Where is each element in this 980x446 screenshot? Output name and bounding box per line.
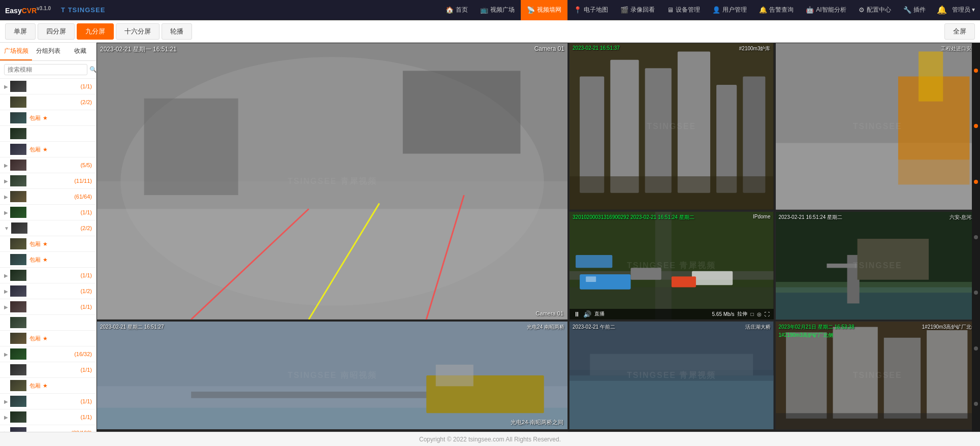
window-btn[interactable]: □ [750,311,753,317]
arrow-icon: ▶ [4,273,8,278]
videowall-icon: 📡 [527,6,535,14]
video-cell-1[interactable]: 2023-02-21 星期一 16:51:21Camera 01TSINGSEE… [97,43,568,320]
item-label-fav: 包厢 ★ [29,240,92,248]
nav-alerts[interactable]: 🔔 告警查询 [753,0,800,20]
main-layout: 广场视频 分组列表 收藏 🔍 ▶ (1/1) ▶ (2/2) ▶ [0,43,980,432]
list-item[interactable]: ▶ (1/1) [0,205,96,220]
video-svg-2 [570,43,773,210]
camera-name-1: Camera 01 [534,45,564,52]
scroll-dot-1 [974,124,978,128]
arrow-icon: ▶ [4,399,8,404]
video-label-1: Camera 01 [536,310,563,316]
list-item[interactable]: ▶ [0,126,96,142]
fav-star: ★ [43,241,48,247]
camera-thumb [10,333,26,344]
fullscreen-button[interactable]: 全屏 [944,23,975,40]
nav-videowall-label: 视频墙网 [537,6,561,14]
list-item[interactable]: ▼ (2/2) [0,220,96,236]
record-btn[interactable]: ◎ [757,311,762,317]
fav-star: ★ [43,335,48,342]
list-item[interactable]: ▶ (1/1) [0,394,96,409]
sidebar-tab-groups[interactable]: 分组列表 [32,43,64,60]
sidebar-tab-favorites[interactable]: 收藏 [64,43,96,60]
item-count: (16/32) [74,351,92,357]
nav-items: 🏠 首页 📺 视频广场 📡 视频墙网 📍 电子地图 🎬 录像回看 🖥 设备管理 … [439,0,931,20]
nav-plaza-label: 视频广场 [490,6,515,14]
tab-four[interactable]: 四分屏 [38,23,75,40]
tab-nine[interactable]: 九分屏 [77,23,114,40]
video-cell-8[interactable]: 2023年02月21日 星期二 16:53:381#2190m3高炉矿厂北侧TS… [775,321,980,430]
arrow-icon: ▶ [4,163,8,168]
list-item[interactable]: ▶ (1/1) [0,409,96,425]
stretch-btn[interactable]: 拉伸 [737,310,747,317]
svg-rect-29 [630,268,661,279]
fav-star: ★ [43,257,48,263]
list-item[interactable]: ▶ (5/5) [0,157,96,173]
list-item[interactable]: ▶ 包厢 ★ [0,378,96,394]
camera-thumb [10,317,26,328]
list-item[interactable]: ▶ (1/1) [0,268,96,283]
camera-thumb [10,411,26,423]
list-item[interactable]: ▶ (88/100) [0,425,96,432]
search-input[interactable] [4,64,87,75]
list-item[interactable]: ▶ (1/2) [0,283,96,299]
svg-rect-3 [97,209,567,320]
video-cell-7[interactable]: 2023-02-21 午前二活庄湖大桥TSINGSEE 青犀视频 [569,321,774,430]
list-item[interactable]: ▶ 包厢 ★ [0,236,96,252]
video-cell-9[interactable]: 2023-02-21 6:1:26白河湖全景TSINGSEE [97,431,568,432]
video-cell-4[interactable]: 32010200031316900292 2023-02-21 16:51:24… [569,211,774,320]
nav-videowall[interactable]: 📡 视频墙网 [521,0,567,20]
list-item[interactable]: ▶ (16/32) [0,346,96,362]
pause-icon[interactable]: ⏸ [574,310,580,318]
svg-rect-31 [576,254,612,267]
nav-plaza[interactable]: 📺 视频广场 [474,0,521,20]
item-count: (1/1) [80,414,92,420]
nav-plugin[interactable]: 🔧 插件 [897,0,932,20]
nav-alerts-label: 告警查询 [769,6,794,14]
list-item[interactable]: ▶ (1/1) [0,79,96,94]
list-item[interactable]: ▶ (1/1) [0,299,96,315]
home-icon: 🏠 [446,6,454,14]
video-cell-5[interactable]: 2023-02-21 16:51:24 星期二六安-息河桥TSINGSEE [775,211,980,320]
list-item[interactable]: ▶ (11/11) [0,173,96,189]
item-count: (5/5) [80,162,92,168]
list-item[interactable]: ▶ [0,315,96,331]
ai-icon: 🤖 [806,6,814,14]
app-version: v3.1.0 [37,6,51,11]
list-item[interactable]: ▶ (1/1) [0,362,96,378]
video-label-6: 光电24-南昭两桥之间 [511,419,563,426]
app-logo: EasyCVRv3.1.0 [5,6,51,15]
list-item[interactable]: ▶ 包厢 ★ [0,252,96,268]
video-svg-3 [776,43,979,210]
sidebar-tab-plaza[interactable]: 广场视频 [0,43,32,60]
search-icon[interactable]: 🔍 [89,66,97,73]
notification-bell[interactable]: 🔔 [937,5,947,15]
list-item[interactable]: ▶ (2/2) [0,94,96,110]
tab-carousel[interactable]: 轮播 [162,23,192,40]
tab-single[interactable]: 单屏 [5,23,36,40]
camera-name-8: 1#2190m3高炉矿厂北侧 [922,324,976,331]
nav-map[interactable]: 📍 电子地图 [567,0,614,20]
tab-sixteen[interactable]: 十六分屏 [116,23,160,40]
list-item[interactable]: ▶ (61/64) [0,189,96,205]
volume-icon[interactable]: 🔊 [583,310,591,318]
video-cell-2[interactable]: 2023-02-21 16:51:37#2100m3炉库TSINGSEE [569,43,774,210]
video-cell-3[interactable]: 工程处进口安全TSINGSEE [775,43,980,210]
video-cell-6[interactable]: 2023-02-21 星期二 16:51:27光电24 南昭两桥TSINGSEE… [97,321,568,430]
nav-users[interactable]: 👤 用户管理 [706,0,753,20]
user-menu[interactable]: 管理员 ▾ [952,6,975,14]
item-count: (2/2) [80,225,92,231]
list-item[interactable]: ▶ 包厢 ★ [0,110,96,126]
svg-rect-30 [672,276,696,287]
speed-text: 5.65 Mb/s [712,311,735,317]
nav-ai[interactable]: 🤖 AI智能分析 [800,0,852,20]
svg-rect-44 [436,365,473,386]
fs-btn[interactable]: ⛶ [765,311,770,317]
nav-home[interactable]: 🏠 首页 [439,0,474,20]
list-item[interactable]: ▶ 包厢 ★ [0,142,96,157]
list-item[interactable]: ▶ 包厢 ★ [0,331,96,346]
nav-playback[interactable]: 🎬 录像回看 [614,0,661,20]
nav-config[interactable]: ⚙ 配置中心 [852,0,897,20]
nav-devices[interactable]: 🖥 设备管理 [661,0,706,20]
nav-right: 🔔 管理员 ▾ [937,5,975,15]
